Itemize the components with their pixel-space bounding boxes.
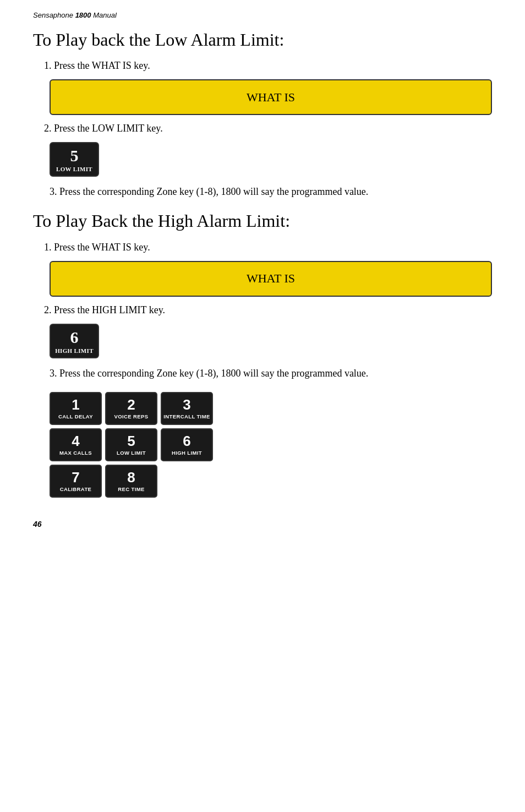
zone-key-num-5: 5 (127, 433, 135, 449)
section1-step3: 3. Press the corresponding Zone key (1-8… (50, 184, 492, 199)
section2-step2: 2. Press the HIGH LIMIT key. (44, 304, 492, 316)
zone-key-7[interactable]: 7CALIBRATE (50, 465, 102, 498)
low-limit-key[interactable]: 5 LOW LIMIT (50, 142, 99, 177)
zone-key-8[interactable]: 8REC TIME (105, 465, 157, 498)
manual-label: Manual (91, 11, 117, 19)
zone-key-label-5: LOW LIMIT (117, 450, 146, 456)
zone-key-num-3: 3 (183, 397, 190, 413)
low-limit-label: LOW LIMIT (56, 166, 92, 172)
zone-keys-grid: 1CALL DELAY2VOICE REPS3INTERCALL TIME4MA… (50, 392, 492, 498)
zone-key-3[interactable]: 3INTERCALL TIME (161, 392, 213, 425)
brand-name: Sensaphone (33, 11, 75, 19)
high-limit-key[interactable]: 6 HIGH LIMIT (50, 324, 99, 358)
zone-key-6[interactable]: 6HIGH LIMIT (161, 428, 213, 461)
section1-step1: 1. Press the WHAT IS key. (44, 60, 492, 72)
what-is-label-1: WHAT IS (247, 90, 295, 105)
zone-key-label-3: INTERCALL TIME (163, 413, 210, 419)
section1-step2: 2. Press the LOW LIMIT key. (44, 123, 492, 134)
zone-key-num-8: 8 (127, 470, 135, 486)
zone-key-label-1: CALL DELAY (58, 413, 93, 419)
high-limit-label: HIGH LIMIT (55, 347, 94, 354)
page-header: Sensaphone 1800 Manual (33, 11, 492, 19)
zone-key-label-4: MAX CALLS (59, 450, 92, 456)
section1-heading: To Play back the Low Alarm Limit: (33, 29, 492, 50)
section2-step1: 1. Press the WHAT IS key. (44, 242, 492, 253)
zone-key-1[interactable]: 1CALL DELAY (50, 392, 102, 425)
zone-key-num-4: 4 (72, 433, 79, 449)
zone-key-num-7: 7 (72, 470, 79, 486)
zone-key-label-8: REC TIME (118, 486, 144, 492)
zone-key-num-2: 2 (127, 397, 135, 413)
model-number: 1800 (75, 11, 91, 19)
zone-key-label-7: CALIBRATE (60, 486, 92, 492)
zone-key-2[interactable]: 2VOICE REPS (105, 392, 157, 425)
low-limit-num: 5 (70, 146, 79, 165)
high-limit-num: 6 (70, 328, 79, 346)
what-is-label-2: WHAT IS (247, 271, 295, 286)
section2-heading: To Play Back the High Alarm Limit: (33, 210, 492, 231)
zone-key-4[interactable]: 4MAX CALLS (50, 428, 102, 461)
what-is-key-2[interactable]: WHAT IS (50, 261, 492, 297)
page-number: 46 (33, 520, 492, 528)
what-is-key-1[interactable]: WHAT IS (50, 79, 492, 115)
zone-key-num-1: 1 (72, 397, 79, 413)
zone-key-label-2: VOICE REPS (114, 413, 149, 419)
zone-key-label-6: HIGH LIMIT (172, 450, 202, 456)
zone-key-num-6: 6 (183, 433, 190, 449)
section2-step3: 3. Press the corresponding Zone key (1-8… (50, 366, 492, 381)
zone-key-5[interactable]: 5LOW LIMIT (105, 428, 157, 461)
